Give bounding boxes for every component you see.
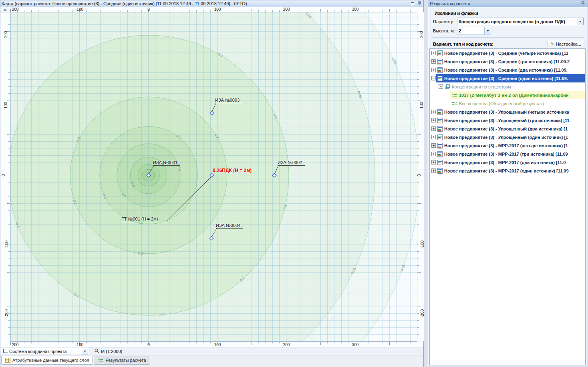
ruler-number: 100 xyxy=(214,7,221,12)
source-marker-iza-0002[interactable] xyxy=(272,173,276,177)
bottom-tabs: Атрибутивные данные текущего слояРезульт… xyxy=(0,355,423,367)
statusbar-separator xyxy=(91,349,91,354)
panel-splitter[interactable] xyxy=(424,0,428,367)
map-canvas[interactable]: 0.050.050.050.050.050.10.10.10.10.10.10.… xyxy=(10,12,417,341)
tree-expand-toggle[interactable]: + xyxy=(431,110,436,114)
tree-item[interactable]: 1017 (2-Метилбут-3-ен-2-ол (Диметилвинил… xyxy=(430,91,585,99)
height-select[interactable]: 2 xyxy=(457,27,491,34)
calculation-icon xyxy=(437,59,443,64)
markers-layer xyxy=(10,12,417,341)
ruler-number: 100 xyxy=(214,343,221,347)
tree-expand-toggle[interactable]: − xyxy=(431,76,436,80)
tab-attributes-data[interactable]: Атрибутивные данные текущего слоя xyxy=(1,356,93,365)
source-marker-iza-0003[interactable] xyxy=(210,111,214,115)
tree-item-label: Новое предприятие (3) - МРР-2017 (два ис… xyxy=(444,160,566,165)
ruler-number: 200 xyxy=(283,7,290,12)
tree-item-label: Новое предприятие (3) - МРР-2017 (один и… xyxy=(444,168,569,173)
tree-item[interactable]: +Новое предприятие (3) - МРР-2017 (четыр… xyxy=(430,141,585,150)
ruler-number: 100 xyxy=(419,102,424,109)
tree-expand-toggle[interactable]: + xyxy=(431,59,436,64)
tab-calculation-results[interactable]: Результаты расчета xyxy=(94,356,150,365)
calculation-icon xyxy=(437,160,443,165)
tree-item-label: Новое предприятие (3) - Средние (один ис… xyxy=(444,76,568,81)
variant-section-title: Вариант, тип и код расчета: xyxy=(433,42,493,46)
results-panel-title: Результаты расчета xyxy=(430,1,579,6)
tree-expand-toggle[interactable]: + xyxy=(431,118,436,122)
calculation-icon xyxy=(437,50,443,56)
tree-item[interactable]: +Новое предприятие (3) - МРР-2017 (один … xyxy=(430,166,585,175)
tree-item[interactable]: +Новое предприятие (3) - Упрощенный (чет… xyxy=(430,108,585,116)
ruler-number: -200 xyxy=(4,309,9,317)
tree-item[interactable]: +Новое предприятие (3) - Средние (три ис… xyxy=(430,57,585,66)
tree-expand-toggle[interactable]: + xyxy=(431,160,436,164)
tab-label: Результаты расчета xyxy=(105,358,146,363)
tree-expand-toggle[interactable]: − xyxy=(439,84,443,89)
tree-item[interactable]: +Новое предприятие (3) - Средние (четыре… xyxy=(430,49,585,57)
tree-item-label: Новое предприятие (3) - МРР-2017 (три ис… xyxy=(444,152,568,156)
tree-item[interactable]: +Новое предприятие (3) - Упрощенный (оди… xyxy=(430,133,585,141)
results-panel: Результаты расчета Изолинии и флажки Пар… xyxy=(428,0,588,367)
tree-expand-toggle[interactable]: + xyxy=(431,143,436,148)
isolines-icon xyxy=(452,101,457,106)
pin-icon xyxy=(581,1,585,6)
map-window-titlebar: Карта (вариант расчета: Новое предприяти… xyxy=(0,0,423,7)
results-panel-header: Результаты расчета xyxy=(428,0,588,7)
map-scale-label: М (1:2000) xyxy=(101,349,122,354)
ruler-number: 200 xyxy=(12,7,19,12)
calculation-icon xyxy=(437,67,443,73)
pin-panel-button[interactable] xyxy=(580,1,586,6)
ruler-unit-label: м xyxy=(0,7,10,12)
tree-item[interactable]: +Новое предприятие (3) - МРР-2017 (три и… xyxy=(430,150,585,158)
ruler-number: -100 xyxy=(4,241,9,249)
calculation-icon xyxy=(437,168,443,174)
settings-button[interactable]: ✎ Настройка... xyxy=(548,41,584,47)
parameter-dropdown-arrow[interactable] xyxy=(577,18,583,25)
tree-item[interactable]: +Новое предприятие (3) - Упрощенный (два… xyxy=(430,124,585,133)
tree-expand-toggle[interactable]: + xyxy=(431,68,436,72)
tree-item[interactable]: +Новое предприятие (3) - Средние (два ис… xyxy=(430,66,585,74)
section-separator xyxy=(431,37,584,38)
map-statusbar: Система координат проекта М (1:2000) xyxy=(0,347,423,355)
ruler-number: 200 xyxy=(12,343,19,347)
tree-item-label: Новое предприятие (3) - Средние (три ист… xyxy=(444,59,570,64)
tree-expand-toggle[interactable]: + xyxy=(431,126,436,131)
tree-expand-toggle[interactable]: + xyxy=(431,152,436,156)
height-dropdown-arrow[interactable] xyxy=(484,27,491,34)
parameter-select[interactable]: Концентрация вредного вещества (в долях … xyxy=(457,18,584,25)
tree-expand-toggle[interactable]: + xyxy=(431,135,436,139)
ruler-number: 0 xyxy=(1,174,6,176)
calculation-icon xyxy=(437,134,443,140)
map-window: Карта (вариант расчета: Новое предприяти… xyxy=(0,0,424,367)
coord-system-select[interactable]: Система координат проекта xyxy=(1,348,88,355)
ruler-left: 2001000-100-200 xyxy=(0,12,10,341)
tree-item[interactable]: −Новое предприятие (3) - Средние (один и… xyxy=(430,74,585,82)
calc-point-marker[interactable] xyxy=(210,173,214,177)
tree-item-label: Новое предприятие (3) - Упрощенный (три … xyxy=(444,118,570,123)
ruler-number: 300 xyxy=(352,343,359,347)
tree-item[interactable]: +Новое предприятие (3) - МРР-2017 (два и… xyxy=(430,158,585,166)
tree-item-label: Новое предприятие (3) - МРР-2017 (четыре… xyxy=(444,143,568,148)
tab-label: Атрибутивные данные текущего слоя xyxy=(12,358,89,363)
pin-icon xyxy=(417,1,421,6)
source-marker-iza-0004[interactable] xyxy=(209,236,213,240)
calculation-icon xyxy=(437,151,443,157)
ruler-number: 0 xyxy=(417,174,421,176)
ruler-number: -200 xyxy=(420,309,424,317)
attributes-table-icon xyxy=(5,358,10,363)
tree-item-label: Все вещества (Объединённый результат) xyxy=(459,101,544,106)
tree-item-label: Новое предприятие (3) - Средние (четыре … xyxy=(444,51,568,56)
isolines-icon xyxy=(98,358,103,363)
tree-item[interactable]: −Концентрации по веществам xyxy=(430,82,585,91)
settings-button-label: Настройка... xyxy=(556,42,581,46)
pin-window-button[interactable] xyxy=(416,1,422,6)
tree-item[interactable]: Все вещества (Объединённый результат) xyxy=(430,99,585,108)
source-marker-iza-0001[interactable] xyxy=(147,173,151,177)
tree-item-label: Новое предприятие (3) - Упрощенный (один… xyxy=(444,135,568,140)
tree-expand-toggle[interactable]: + xyxy=(431,168,436,173)
tree-item[interactable]: +Новое предприятие (3) - Упрощенный (три… xyxy=(430,116,585,124)
float-window-button[interactable] xyxy=(409,1,415,6)
coord-system-dropdown-arrow[interactable] xyxy=(82,348,88,355)
parameter-label: Параметр: xyxy=(433,19,457,24)
ruler-number: 0 xyxy=(147,7,150,12)
tree-expand-toggle[interactable]: + xyxy=(431,51,436,55)
